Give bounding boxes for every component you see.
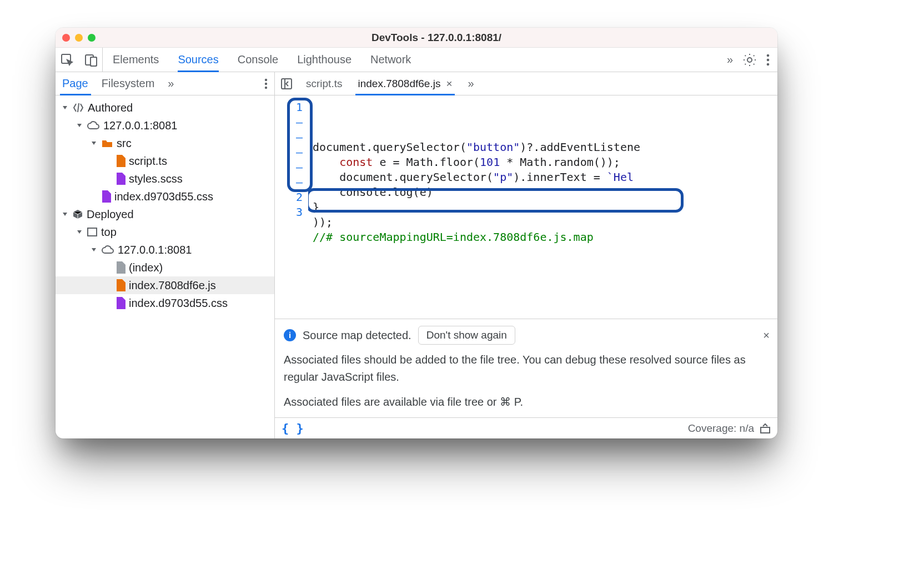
- tree-item[interactable]: top: [56, 223, 274, 241]
- editor-footer: { } Coverage: n/a: [275, 417, 777, 438]
- tree-item[interactable]: index.d9703d55.css: [56, 294, 274, 312]
- code-line[interactable]: }: [313, 200, 777, 215]
- info-title: Source map detected.: [303, 327, 411, 344]
- gutter-line[interactable]: –: [286, 115, 303, 130]
- minimize-window-button[interactable]: [75, 34, 83, 42]
- settings-icon[interactable]: [743, 53, 756, 67]
- tree-item-label: styles.scss: [129, 173, 183, 185]
- kebab-menu-icon[interactable]: [766, 54, 770, 66]
- close-tab-icon[interactable]: ×: [446, 78, 452, 90]
- filetab[interactable]: index.7808df6e.js×: [358, 72, 452, 95]
- tree-item-label: index.7808df6e.js: [129, 279, 216, 292]
- folder-icon: [101, 138, 113, 148]
- js-icon: [116, 155, 125, 167]
- svg-point-6: [767, 58, 770, 61]
- main-toolbar: ElementsSourcesConsoleLighthouseNetwork …: [56, 48, 777, 72]
- filetab-label: index.7808df6e.js: [358, 78, 440, 90]
- disclosure-triangle-icon[interactable]: [63, 106, 67, 109]
- code-line[interactable]: [313, 245, 777, 260]
- close-info-icon[interactable]: ×: [763, 327, 770, 344]
- tab-network[interactable]: Network: [370, 48, 411, 72]
- tree-item-label: script.ts: [129, 155, 167, 168]
- gutter-line[interactable]: –: [286, 160, 303, 175]
- navigator-sidebar: Page Filesystem » Authored127.0.0.1:8081…: [56, 72, 275, 438]
- svg-point-10: [265, 86, 267, 88]
- css-icon: [101, 190, 111, 203]
- tab-lighthouse[interactable]: Lighthouse: [297, 48, 351, 72]
- tree-item[interactable]: (index): [56, 259, 274, 276]
- zoom-window-button[interactable]: [88, 34, 96, 42]
- svg-point-8: [265, 78, 267, 80]
- gutter-line[interactable]: 1: [286, 100, 303, 115]
- code-line[interactable]: document.querySelector("button")?.addEve…: [313, 140, 777, 155]
- tree-item[interactable]: src: [56, 134, 274, 152]
- tree-item-label: index.d9703d55.css: [114, 190, 213, 203]
- js-icon: [116, 279, 125, 291]
- window-controls: [62, 34, 96, 42]
- disclosure-triangle-icon[interactable]: [63, 213, 67, 216]
- filetab-label: script.ts: [306, 78, 342, 90]
- close-window-button[interactable]: [62, 34, 70, 42]
- cube-icon: [72, 209, 83, 220]
- tree-item[interactable]: index.d9703d55.css: [56, 188, 274, 205]
- tree-item-label: top: [101, 226, 117, 239]
- device-toolbar-icon[interactable]: [84, 53, 98, 67]
- tree-item-label: 127.0.0.1:8081: [118, 244, 192, 256]
- line-gutter[interactable]: 1–––––23: [275, 95, 308, 319]
- gutter-line[interactable]: –: [286, 175, 303, 190]
- inspect-icon[interactable]: [60, 53, 74, 67]
- sidebar-tab-page[interactable]: Page: [56, 72, 95, 95]
- info-icon: i: [284, 329, 296, 341]
- disclosure-triangle-icon[interactable]: [92, 142, 96, 145]
- tree-item[interactable]: Authored: [56, 99, 274, 117]
- tree-item-label: (index): [129, 261, 163, 274]
- sidebar-more-tabs-icon[interactable]: »: [161, 72, 180, 95]
- cloud-icon: [101, 245, 114, 255]
- gutter-line[interactable]: 2: [286, 190, 303, 205]
- gutter-line[interactable]: –: [286, 130, 303, 145]
- disclosure-triangle-icon[interactable]: [77, 230, 82, 234]
- tab-sources[interactable]: Sources: [178, 48, 218, 72]
- svg-rect-2: [91, 57, 97, 66]
- titlebar: DevTools - 127.0.0.1:8081/: [56, 28, 777, 48]
- gutter-line[interactable]: –: [286, 145, 303, 160]
- svg-rect-13: [761, 427, 770, 433]
- tree-item-label: index.d9703d55.css: [129, 297, 228, 310]
- filetab[interactable]: script.ts: [306, 72, 342, 95]
- more-filetabs-icon[interactable]: »: [468, 77, 474, 90]
- tree-item[interactable]: 127.0.0.1:8081: [56, 241, 274, 259]
- svg-point-5: [767, 54, 770, 57]
- tab-elements[interactable]: Elements: [113, 48, 159, 72]
- info-body-2: Associated files are available via file …: [284, 394, 769, 411]
- dont-show-again-button[interactable]: Don't show again: [418, 326, 515, 345]
- code-line[interactable]: ));: [313, 215, 777, 230]
- tree-item-label: Deployed: [87, 208, 134, 221]
- gutter-line[interactable]: 3: [286, 205, 303, 220]
- disclosure-triangle-icon[interactable]: [77, 124, 82, 127]
- tree-item[interactable]: script.ts: [56, 152, 274, 170]
- code-view[interactable]: document.querySelector("button")?.addEve…: [308, 95, 777, 319]
- code-line[interactable]: console.log(e): [313, 185, 777, 200]
- coverage-label: Coverage: n/a: [688, 422, 754, 435]
- doc-icon: [116, 261, 125, 274]
- tree-item[interactable]: styles.scss: [56, 170, 274, 188]
- window-title: DevTools - 127.0.0.1:8081/: [102, 32, 771, 44]
- pretty-print-icon[interactable]: { }: [282, 421, 304, 435]
- tree-item[interactable]: 127.0.0.1:8081: [56, 117, 274, 134]
- code-line[interactable]: const e = Math.floor(101 * Math.random()…: [313, 155, 777, 170]
- sidebar-kebab-icon[interactable]: [264, 78, 268, 89]
- code-icon: [72, 103, 84, 113]
- tree-item[interactable]: Deployed: [56, 205, 274, 223]
- tab-console[interactable]: Console: [238, 48, 278, 72]
- sidebar-tab-filesystem[interactable]: Filesystem: [95, 72, 162, 95]
- drawer-toggle-icon[interactable]: [760, 423, 771, 434]
- tree-item-label: src: [117, 137, 132, 150]
- more-tabs-icon[interactable]: »: [727, 53, 733, 66]
- code-line[interactable]: //# sourceMappingURL=index.7808df6e.js.m…: [313, 230, 777, 245]
- toggle-navigator-icon[interactable]: [280, 78, 293, 90]
- frame-icon: [87, 227, 98, 237]
- tree-item[interactable]: index.7808df6e.js: [56, 276, 274, 294]
- disclosure-triangle-icon[interactable]: [92, 248, 96, 251]
- code-line[interactable]: document.querySelector("p").innerText = …: [313, 170, 777, 185]
- tree-item-label: 127.0.0.1:8081: [103, 119, 177, 132]
